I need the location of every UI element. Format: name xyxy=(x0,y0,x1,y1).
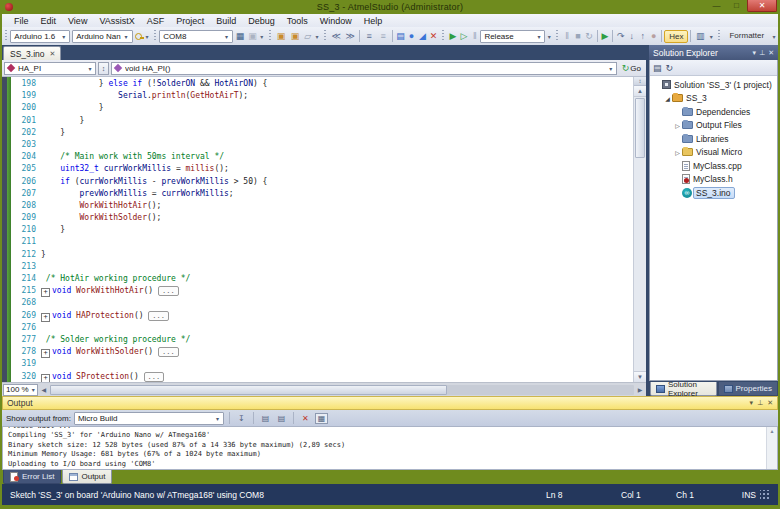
hex-toggle-button[interactable]: Hex xyxy=(664,30,688,43)
code-line[interactable]: 277 /* Solder working procedure */ xyxy=(11,334,633,346)
splitter-icon[interactable]: ↕ xyxy=(634,77,646,86)
editor-vertical-scrollbar[interactable]: ↕ ▲ ▼ xyxy=(633,77,646,382)
word-wrap-icon[interactable]: ↧ xyxy=(235,414,248,423)
toolbar-grip[interactable] xyxy=(555,30,559,42)
panel-menu-icon[interactable]: ▾ xyxy=(750,399,754,407)
scrollbar-thumb[interactable] xyxy=(50,385,447,395)
va-outline-icon[interactable]: ▤ xyxy=(395,30,406,43)
scroll-up-icon[interactable]: ▲ xyxy=(634,86,646,97)
output-vertical-scrollbar[interactable] xyxy=(766,427,777,469)
code-line[interactable]: 278+void WorkWithSolder() ... xyxy=(11,346,633,358)
va-close-icon[interactable]: ✕ xyxy=(428,30,439,43)
comment-icon[interactable]: ≡ xyxy=(362,30,376,43)
tool-tab-output[interactable]: Output xyxy=(62,470,112,484)
close-icon[interactable]: ✕ xyxy=(767,399,773,407)
code-line[interactable]: 211 xyxy=(11,236,633,248)
code-line[interactable]: 269+void HAProtection() ... xyxy=(11,310,633,322)
key-icon[interactable] xyxy=(133,30,143,43)
open-window-icon[interactable]: ▣ xyxy=(288,30,302,43)
solution-explorer-header[interactable]: Solution Explorer ▾ ⊥ ✕ xyxy=(649,45,778,60)
scroll-right-icon[interactable]: ▶ xyxy=(634,386,646,393)
splitter-icon[interactable]: ↕ xyxy=(98,62,109,75)
break-all-icon[interactable]: ‖ xyxy=(562,30,573,43)
toolbar-grip[interactable] xyxy=(323,30,327,42)
code-line[interactable]: 213 xyxy=(11,261,633,273)
toolbar-overflow-icon[interactable]: ▾ xyxy=(770,33,778,40)
panel-tab-properties[interactable]: Properties xyxy=(718,382,778,396)
toolbar-grip[interactable] xyxy=(4,30,8,42)
code-line[interactable]: 208 WorkWithHotAir(); xyxy=(11,200,633,212)
toolbar-grip[interactable] xyxy=(153,30,157,42)
output-source-combo[interactable]: Micro Build ▾ xyxy=(74,412,224,425)
menu-item-asf[interactable]: ASF xyxy=(141,16,171,26)
code-lines[interactable]: 198 } else if (!SolderON && HotAirON) {1… xyxy=(11,77,633,382)
code-line[interactable]: 215+void WorkWithHotAir() ... xyxy=(11,285,633,297)
scroll-down-icon[interactable]: ▼ xyxy=(634,371,646,382)
menu-item-tools[interactable]: Tools xyxy=(281,16,314,26)
step-into-icon[interactable]: ↓ xyxy=(626,30,637,43)
collapsed-region-box[interactable]: ... xyxy=(158,347,179,357)
scroll-left-icon[interactable]: ◀ xyxy=(38,386,50,393)
close-button[interactable]: ✕ xyxy=(747,0,777,12)
code-line[interactable]: 201 } xyxy=(11,115,633,127)
new-window-icon[interactable]: ▣ xyxy=(274,30,288,43)
start-debugging-icon[interactable]: ▶ xyxy=(447,30,458,43)
open-folder-icon[interactable]: ▱ xyxy=(302,30,313,43)
pause-icon[interactable]: ‖ xyxy=(469,30,480,43)
menu-item-debug[interactable]: Debug xyxy=(242,16,281,26)
code-line[interactable]: 209 WorkWithSolder(); xyxy=(11,212,633,224)
resize-grip[interactable] xyxy=(760,490,770,500)
code-line[interactable]: 206 if (currWorkMillis - prevWorkMillis … xyxy=(11,176,633,188)
menu-item-vassistx[interactable]: VAssistX xyxy=(93,16,140,26)
toolbar-grip[interactable] xyxy=(441,30,445,42)
tree-expander-icon[interactable]: ▷ xyxy=(673,149,682,156)
stop-debug-icon[interactable]: ■ xyxy=(573,30,584,43)
fold-expand-icon[interactable]: + xyxy=(41,374,50,383)
code-line[interactable]: 204 /* Main work with 50ms interval */ xyxy=(11,151,633,163)
sync-with-active-document-icon[interactable]: ↻ xyxy=(666,63,674,73)
editor-horizontal-scrollbar[interactable]: ◀ ▶ xyxy=(38,383,646,397)
go-button[interactable]: ↻ Go xyxy=(619,62,644,75)
tool-tab-error-list[interactable]: Error List xyxy=(3,470,61,484)
close-icon[interactable]: ✕ xyxy=(768,49,774,57)
formatter-button[interactable]: Formatter xyxy=(723,30,770,43)
pin-icon[interactable]: ⊥ xyxy=(757,399,763,407)
device-programming-icon[interactable]: ▥ xyxy=(693,30,707,43)
tree-item-dependencies[interactable]: Dependencies xyxy=(650,105,777,119)
serial-monitor-icon[interactable]: ▦ xyxy=(233,30,247,43)
tree-item-myclass-cpp[interactable]: MyClass.cpp xyxy=(650,159,777,173)
indent-decrease-icon[interactable]: ≪ xyxy=(329,30,343,43)
tree-expander-icon[interactable]: ▷ xyxy=(673,122,682,129)
upload-icon[interactable]: ▣ xyxy=(247,30,258,43)
continue-icon[interactable]: ▶ xyxy=(599,30,610,43)
configuration-combo[interactable]: Release▾ xyxy=(480,30,545,43)
code-line[interactable]: 268 xyxy=(11,297,633,309)
code-line[interactable]: 200 } xyxy=(11,102,633,114)
uncomment-icon[interactable]: ≡ xyxy=(376,30,390,43)
go-to-message-icon[interactable]: ▤ xyxy=(259,414,272,423)
toolbar-grip[interactable] xyxy=(268,30,272,42)
toolbar-overflow-icon[interactable]: ▾ xyxy=(143,33,151,40)
code-line[interactable]: 202 } xyxy=(11,127,633,139)
output-header[interactable]: Output ▾ ⊥ ✕ xyxy=(2,396,778,410)
code-line[interactable]: 320+void SProtection() ... xyxy=(11,371,633,383)
code-line[interactable]: 214 /* HotAir working procedure */ xyxy=(11,273,633,285)
scrollbar-thumb[interactable] xyxy=(635,98,645,158)
pin-icon[interactable]: ⊥ xyxy=(759,49,765,57)
indent-increase-icon[interactable]: ≫ xyxy=(343,30,357,43)
member-combo[interactable]: void HA_PI() ▾ xyxy=(111,62,617,75)
code-line[interactable]: 319 xyxy=(11,358,633,370)
toolbar-overflow-icon[interactable]: ▾ xyxy=(258,33,266,40)
va-navigate-icon[interactable]: ◢ xyxy=(417,30,428,43)
menu-item-build[interactable]: Build xyxy=(210,16,242,26)
tree-expander-icon[interactable]: ◢ xyxy=(663,95,672,102)
code-line[interactable]: 276 xyxy=(11,322,633,334)
clear-output-icon[interactable]: ✕ xyxy=(299,414,312,423)
collapsed-region-box[interactable]: ... xyxy=(148,311,169,321)
toolbar-grip[interactable] xyxy=(717,30,721,42)
tab-close-icon[interactable]: ✕ xyxy=(50,50,56,58)
code-editor[interactable]: 198 } else if (!SolderON && HotAirON) {1… xyxy=(2,77,646,382)
tree-item-myclass-h[interactable]: MyClass.h xyxy=(650,173,777,187)
code-line[interactable]: 199 Serial.println(GetHotAirT); xyxy=(11,90,633,102)
code-line[interactable]: 205 uint32_t currWorkMillis = millis(); xyxy=(11,163,633,175)
